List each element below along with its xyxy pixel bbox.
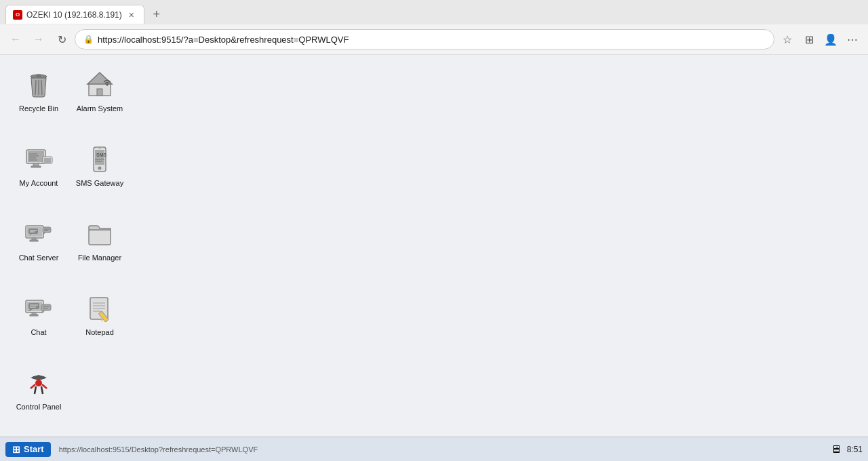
alarm-system-image bbox=[83, 68, 116, 101]
chat-label: Chat bbox=[31, 327, 46, 337]
start-label: Start bbox=[24, 444, 44, 454]
my-account-label: My Account bbox=[20, 178, 58, 188]
taskbar-status: https://localhost:9515/Desktop?refreshre… bbox=[51, 445, 831, 454]
collections-button[interactable]: ⊞ bbox=[799, 29, 819, 49]
desktop: Recycle Bin Alarm System bbox=[0, 55, 868, 437]
notepad-image bbox=[83, 292, 116, 325]
svg-rect-7 bbox=[97, 89, 102, 96]
forward-button[interactable]: → bbox=[28, 29, 49, 49]
svg-marker-59 bbox=[31, 375, 47, 380]
svg-point-8 bbox=[106, 84, 108, 86]
svg-rect-38 bbox=[89, 230, 111, 245]
svg-rect-34 bbox=[43, 227, 51, 233]
file-manager-label: File Manager bbox=[78, 253, 121, 262]
tab-close-button[interactable]: × bbox=[126, 9, 137, 20]
recycle-bin-image bbox=[22, 68, 55, 101]
tab-bar: O OZEKI 10 (192.168.8.191) × + bbox=[0, 0, 868, 24]
svg-rect-10 bbox=[28, 151, 44, 162]
active-tab[interactable]: O OZEKI 10 (192.168.8.191) × bbox=[5, 5, 144, 24]
svg-line-1 bbox=[35, 80, 36, 95]
chat-image bbox=[22, 292, 55, 325]
svg-rect-47 bbox=[41, 304, 51, 310]
recycle-bin-icon[interactable]: Recycle Bin bbox=[8, 63, 69, 138]
svg-rect-29 bbox=[30, 240, 38, 241]
svg-point-60 bbox=[35, 380, 42, 386]
chat-server-icon[interactable]: Chat Server bbox=[8, 212, 69, 287]
clock: 8:51 bbox=[847, 445, 863, 454]
tab-title: OZEKI 10 (192.168.8.191) bbox=[26, 10, 122, 20]
svg-point-25 bbox=[99, 148, 100, 149]
favorites-star-button[interactable]: ☆ bbox=[777, 29, 797, 49]
desktop-grid: Recycle Bin Alarm System bbox=[8, 63, 860, 436]
chat-server-image bbox=[22, 218, 55, 250]
settings-button[interactable]: ⋯ bbox=[842, 29, 863, 49]
chat-server-label: Chat Server bbox=[19, 253, 59, 262]
svg-rect-11 bbox=[33, 163, 39, 166]
svg-rect-12 bbox=[31, 166, 41, 167]
refresh-button[interactable]: ↻ bbox=[52, 29, 72, 49]
svg-rect-30 bbox=[28, 228, 38, 234]
svg-line-63 bbox=[31, 384, 35, 388]
profile-button[interactable]: 👤 bbox=[821, 29, 841, 49]
nav-bar: ← → ↻ 🔒 https://localhost:9515/?a=Deskto… bbox=[0, 24, 868, 54]
start-button[interactable]: ⊞ Start bbox=[5, 442, 51, 457]
taskbar: ⊞ Start https://localhost:9515/Desktop?r… bbox=[0, 437, 868, 461]
sms-gateway-icon[interactable]: SMS SMS Gateway bbox=[69, 138, 130, 212]
my-account-icon[interactable]: My Account bbox=[8, 138, 69, 212]
system-tray-icon: 🖥 bbox=[831, 443, 842, 456]
file-manager-icon[interactable]: File Manager bbox=[69, 212, 130, 287]
control-panel-icon[interactable]: Control Panel bbox=[8, 361, 69, 436]
back-button[interactable]: ← bbox=[5, 29, 26, 49]
start-icon: ⊞ bbox=[12, 444, 20, 455]
file-manager-image bbox=[83, 218, 116, 250]
svg-rect-14 bbox=[44, 158, 51, 163]
svg-text:SMS: SMS bbox=[96, 153, 107, 157]
alarm-system-icon[interactable]: Alarm System bbox=[69, 63, 130, 138]
notepad-label: Notepad bbox=[85, 327, 114, 337]
svg-point-24 bbox=[98, 167, 101, 169]
sms-gateway-image: SMS bbox=[83, 143, 116, 176]
control-panel-image bbox=[22, 367, 55, 399]
recycle-bin-label: Recycle Bin bbox=[19, 104, 58, 113]
nav-actions: ☆ ⊞ 👤 ⋯ bbox=[777, 29, 863, 49]
notepad-icon[interactable]: Notepad bbox=[69, 287, 130, 361]
svg-rect-4 bbox=[37, 75, 41, 77]
tab-favicon: O bbox=[13, 10, 22, 20]
sms-gateway-label: SMS Gateway bbox=[76, 178, 123, 188]
new-tab-button[interactable]: + bbox=[147, 5, 166, 24]
svg-rect-42 bbox=[30, 315, 38, 316]
alarm-system-label: Alarm System bbox=[77, 104, 123, 113]
svg-rect-43 bbox=[28, 303, 39, 309]
svg-line-62 bbox=[41, 386, 43, 394]
my-account-image bbox=[22, 143, 55, 176]
address-bar[interactable]: 🔒 https://localhost:9515/?a=Desktop&refr… bbox=[75, 29, 774, 49]
chat-icon[interactable]: Chat bbox=[8, 287, 69, 361]
browser-chrome: O OZEKI 10 (192.168.8.191) × + ← → ↻ 🔒 h… bbox=[0, 0, 868, 55]
address-lock-icon: 🔒 bbox=[83, 35, 94, 44]
svg-line-64 bbox=[42, 384, 47, 388]
address-url: https://localhost:9515/?a=Desktop&refres… bbox=[98, 35, 766, 45]
taskbar-right: 🖥 8:51 bbox=[831, 443, 863, 456]
svg-line-3 bbox=[41, 80, 42, 95]
control-panel-label: Control Panel bbox=[16, 402, 62, 412]
svg-line-61 bbox=[35, 386, 36, 394]
